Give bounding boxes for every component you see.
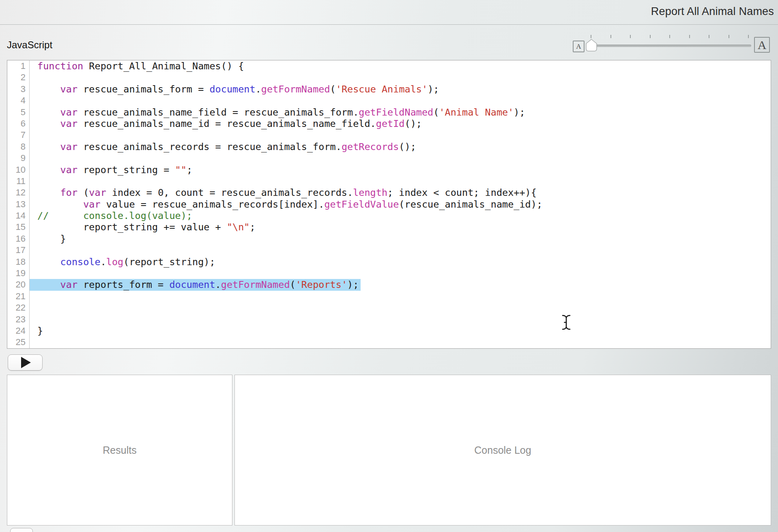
font-size-increase-button[interactable]: A — [754, 37, 770, 53]
line-number: 22 — [7, 302, 29, 313]
line-number: 23 — [7, 314, 29, 325]
slider-tick — [630, 35, 631, 38]
slider-tick — [591, 35, 591, 38]
slider-ticks — [591, 35, 749, 38]
slider-tick — [689, 35, 690, 38]
code-line: function Report_All_Animal_Names() { — [37, 60, 771, 72]
code-lines[interactable]: function Report_All_Animal_Names() { var… — [30, 60, 771, 348]
code-line: var report_string = ""; — [37, 164, 771, 176]
font-size-decrease-button[interactable]: A — [573, 41, 585, 52]
line-number: 18 — [7, 256, 29, 268]
console-log-label: Console Log — [474, 444, 531, 456]
code-line — [37, 302, 771, 313]
code-line — [37, 245, 771, 256]
code-line: } — [37, 233, 771, 245]
code-line — [37, 95, 771, 106]
slider-tick — [729, 35, 729, 38]
code-line — [37, 152, 771, 164]
slider-tick — [709, 35, 709, 38]
code-line — [37, 291, 771, 302]
bottom-clipped-button[interactable] — [10, 528, 33, 532]
slider-tick — [610, 35, 611, 38]
code-line — [37, 268, 771, 279]
code-line: for (var index = 0, count = rescue_anima… — [37, 187, 771, 198]
slider-tick — [650, 35, 651, 38]
line-number: 4 — [7, 95, 29, 106]
code-line: console.log(report_string); — [37, 256, 771, 268]
line-number: 20 — [7, 279, 29, 290]
line-number: 5 — [7, 107, 29, 118]
run-script-button[interactable] — [8, 354, 43, 371]
line-number: 14 — [7, 210, 29, 221]
line-number: 25 — [7, 337, 29, 348]
selected-line-highlight: var reports_form = document.getFormNamed… — [30, 279, 361, 290]
code-line: var rescue_animals_name_id = rescue_anim… — [37, 118, 771, 129]
window-title: Report All Animal Names — [651, 5, 774, 18]
font-size-slider[interactable] — [591, 45, 751, 47]
line-number: 8 — [7, 141, 29, 152]
line-number: 13 — [7, 199, 29, 210]
slider-thumb[interactable] — [586, 39, 597, 51]
line-number: 17 — [7, 245, 29, 256]
letter-a-small-icon: A — [576, 43, 581, 51]
line-number: 6 — [7, 118, 29, 129]
code-line — [37, 337, 771, 348]
line-number: 19 — [7, 268, 29, 279]
play-icon — [21, 357, 31, 368]
slider-tick — [669, 35, 670, 38]
line-number: 10 — [7, 164, 29, 176]
titlebar: Report All Animal Names — [0, 0, 778, 25]
line-number: 16 — [7, 233, 29, 245]
line-number: 21 — [7, 291, 29, 302]
slider-tick — [748, 35, 749, 38]
code-line: report_string += value + "\n"; — [37, 221, 771, 233]
code-line: var value = rescue_animals_records[index… — [37, 199, 771, 210]
code-line: // console.log(value); — [37, 210, 771, 221]
results-panel[interactable]: Results — [7, 375, 232, 526]
code-line: } — [37, 325, 771, 337]
console-log-panel[interactable]: Console Log — [234, 375, 771, 526]
results-label: Results — [103, 444, 136, 456]
code-line — [37, 129, 771, 141]
code-line — [37, 314, 771, 325]
line-number: 15 — [7, 221, 29, 233]
i-beam-cursor-icon — [561, 314, 572, 330]
line-number: 24 — [7, 325, 29, 337]
line-number: 1 — [7, 60, 29, 72]
code-line: var reports_form = document.getFormNamed… — [37, 279, 771, 290]
code-line: var rescue_animals_form = document.getFo… — [37, 84, 771, 95]
letter-a-large-icon: A — [758, 38, 767, 52]
code-line: var rescue_animals_records = rescue_anim… — [37, 141, 771, 152]
code-editor[interactable]: 1234567891011121314151617181920212223242… — [7, 60, 771, 349]
line-number: 12 — [7, 187, 29, 198]
code-line — [37, 72, 771, 83]
line-number: 7 — [7, 129, 29, 141]
line-number: 9 — [7, 152, 29, 164]
line-number: 2 — [7, 72, 29, 83]
language-label: JavaScript — [7, 39, 52, 51]
line-number: 11 — [7, 176, 29, 187]
line-number: 3 — [7, 84, 29, 95]
line-number-gutter: 1234567891011121314151617181920212223242… — [7, 60, 30, 348]
code-line: var rescue_animals_name_field = rescue_a… — [37, 107, 771, 118]
code-line — [37, 176, 771, 187]
